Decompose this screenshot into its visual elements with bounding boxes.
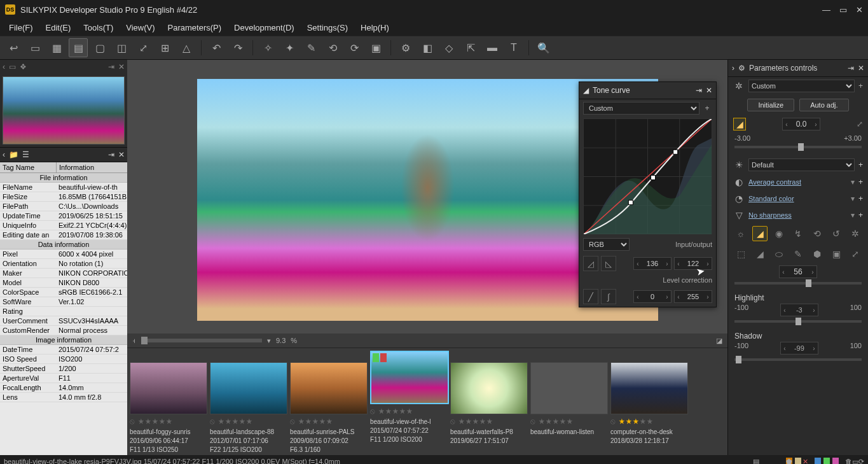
chevron-left-icon[interactable]: ‹	[3, 150, 5, 159]
mark-green-icon[interactable]	[823, 458, 830, 464]
wand-icon[interactable]: ✧	[258, 38, 277, 57]
flag-orange-icon[interactable]: ⬟	[786, 458, 792, 464]
plus-icon[interactable]: +	[858, 81, 863, 90]
refresh-icon[interactable]: ⟳	[858, 458, 864, 465]
col-info[interactable]: Information	[57, 162, 127, 172]
film-card[interactable]: ⦸ ★★★★★beautiful-landscape-882012/07/01 …	[210, 351, 286, 454]
rating-stars[interactable]: ⦸ ★★★★★	[130, 416, 206, 427]
close-panel-icon[interactable]: ✕	[118, 62, 125, 71]
warning-icon[interactable]: △	[177, 38, 196, 57]
col-tag[interactable]: Tag Name	[0, 162, 57, 172]
detach-icon[interactable]: ⇥	[696, 86, 702, 95]
sun-icon[interactable]: ☼	[733, 226, 748, 241]
combo-view-icon[interactable]: ▤	[69, 38, 88, 57]
drop-icon[interactable]: ⬢	[809, 246, 825, 262]
initialize-button[interactable]: Initialize	[747, 99, 794, 111]
zoom-slider[interactable]	[141, 339, 262, 342]
rotate-icon[interactable]: ⟲	[809, 226, 825, 241]
film-card[interactable]: ⦸ ★★★★★beautiful-woman-listen	[530, 351, 607, 439]
overlay-icon[interactable]: ▭	[9, 62, 16, 71]
adjust-icon[interactable]: ◧	[418, 38, 437, 57]
film-card[interactable]: ⦸ ★★★★★beautiful-waterfalls-P82019/06/27…	[450, 351, 527, 446]
close-panel-icon[interactable]: ✕	[118, 150, 125, 159]
screen-icon[interactable]: ▭	[852, 458, 858, 465]
crop-icon[interactable]: ▣	[829, 246, 844, 262]
rating-stars[interactable]: ⦸ ★★★★★	[610, 416, 687, 427]
brush-icon[interactable]: ✎	[790, 246, 806, 262]
center-spin[interactable]: ‹56›	[779, 265, 817, 278]
search-icon[interactable]: 🔍	[534, 38, 553, 57]
exposure-spin[interactable]: ‹0.0›	[782, 118, 820, 130]
menu-view[interactable]: View(V)	[121, 22, 160, 34]
rotright-icon[interactable]: ⟳	[345, 38, 364, 57]
menu-tools[interactable]: Tools(T)	[78, 22, 118, 34]
level-lo-spin[interactable]: ‹0›	[633, 290, 672, 303]
text-icon[interactable]: T	[504, 38, 523, 57]
detach-icon[interactable]: ⇥	[108, 62, 114, 71]
center-slider[interactable]	[734, 282, 862, 285]
tri-icon[interactable]: ◢	[752, 246, 768, 262]
gear-icon[interactable]: ⚙	[396, 38, 415, 57]
magic-icon[interactable]: ✦	[280, 38, 299, 57]
zoom-dropdown-icon[interactable]: ▾	[267, 337, 271, 345]
film-card[interactable]: ⦸ ★★★★★beautiful-foggy-sunris2016/09/06 …	[130, 351, 206, 454]
brush-icon[interactable]: ✎	[301, 38, 320, 57]
tone-preset-select[interactable]: Custom	[583, 102, 699, 115]
eraser-icon[interactable]: ◇	[439, 38, 458, 57]
export-icon[interactable]: ⇱	[461, 38, 480, 57]
flag-beige-icon[interactable]	[795, 458, 801, 464]
minimize-icon[interactable]: —	[822, 5, 830, 15]
detach-icon[interactable]: ⇥	[108, 150, 114, 159]
expand-icon[interactable]: ⤢	[857, 120, 863, 129]
chevron-left-icon[interactable]: ‹	[3, 62, 5, 71]
pick-black-icon[interactable]: ◺	[601, 256, 616, 271]
menu-development[interactable]: Development(D)	[229, 22, 300, 34]
shadow-slider[interactable]	[734, 358, 862, 361]
rating-stars[interactable]: ⦸ ★★★★★	[210, 416, 286, 427]
arrow-left-icon[interactable]: ↩	[4, 38, 23, 57]
reset-icon[interactable]: ↺	[829, 226, 844, 241]
film-card[interactable]: ⦸ ★★★★★computer-on-the-desk2018/03/28 12…	[610, 351, 687, 446]
table-icon[interactable]: ⊞	[155, 38, 174, 57]
menu-settings[interactable]: Settings(S)	[302, 22, 353, 34]
rating-stars[interactable]: ⦸ ★★★★★	[290, 416, 366, 427]
film-card[interactable]: ⦸ ★★★★★beautiful-view-of-the-l2015/07/24…	[370, 351, 446, 444]
flag-x-icon[interactable]: ✕	[803, 458, 808, 465]
plus-icon[interactable]: +	[858, 194, 863, 203]
film-card[interactable]: ⦸ ★★★★★beautiful-sunrise-PALS2009/08/16 …	[290, 351, 366, 454]
trash-icon[interactable]: 🗑	[845, 458, 852, 464]
folder-icon[interactable]: 📁	[9, 150, 18, 159]
level-hi-spin[interactable]: ‹255›	[674, 290, 712, 303]
zoom-handle-icon[interactable]: ⫞	[132, 337, 136, 344]
plus-icon[interactable]: +	[858, 178, 863, 186]
thumbs-icon[interactable]: ▭	[25, 38, 45, 57]
sharp-link[interactable]: No sharpness	[748, 211, 847, 219]
status-icon[interactable]: ▤	[753, 458, 759, 465]
rating-stars[interactable]: ⦸ ★★★★★	[450, 416, 527, 427]
preview-thumbnail[interactable]	[3, 76, 125, 144]
lens-icon[interactable]: ⬭	[771, 246, 787, 262]
grid-icon[interactable]: ▦	[47, 38, 66, 57]
close-icon[interactable]: ✕	[856, 5, 863, 15]
close-panel-icon[interactable]: ✕	[858, 64, 864, 73]
mark-blue-icon[interactable]	[815, 458, 821, 464]
mark-pink-icon[interactable]	[832, 458, 839, 464]
channel-select[interactable]: RGB	[583, 238, 630, 251]
exposure-icon[interactable]: ◢	[733, 118, 746, 130]
settings-icon[interactable]: ✲	[848, 226, 863, 241]
dual-icon[interactable]: ◫	[112, 38, 131, 57]
menu-help[interactable]: Help(H)	[355, 22, 394, 34]
curve-preset-icon[interactable]: ∫	[601, 289, 616, 304]
sphere-icon[interactable]: ◉	[771, 226, 787, 241]
crop-icon[interactable]: ▣	[366, 38, 385, 57]
tone-curve-graph[interactable]	[583, 118, 712, 234]
plus-icon[interactable]: +	[858, 211, 863, 220]
close-icon[interactable]: ✕	[706, 86, 712, 95]
pick-white-icon[interactable]: ◿	[583, 256, 598, 271]
input-spin[interactable]: ‹136›	[633, 257, 672, 270]
highlight-spin[interactable]: ‹-3›	[780, 304, 818, 316]
auto-adj-button[interactable]: Auto adj.	[799, 99, 848, 111]
linear-icon[interactable]: ╱	[583, 289, 598, 304]
rotleft-icon[interactable]: ⟲	[323, 38, 342, 57]
menu-edit[interactable]: Edit(E)	[41, 22, 76, 34]
